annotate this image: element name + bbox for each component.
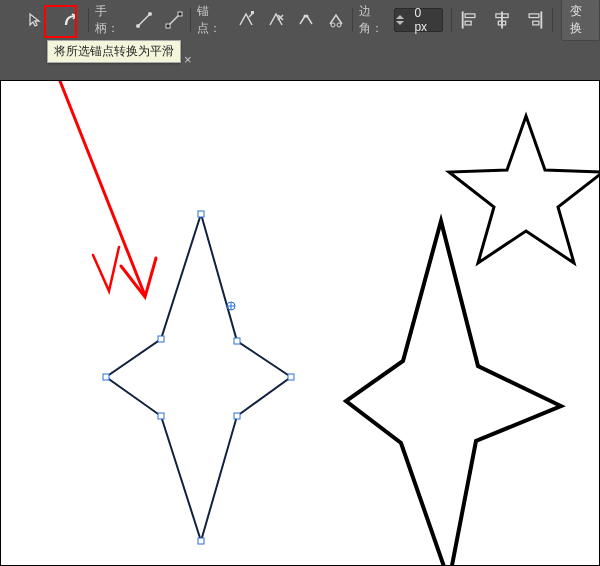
- svg-rect-28: [158, 413, 164, 419]
- svg-point-12: [337, 23, 341, 27]
- annotation-arrow: [60, 81, 156, 297]
- anchor-edit-icon[interactable]: [232, 8, 262, 32]
- svg-rect-27: [198, 538, 204, 544]
- handle-tool-b-icon[interactable]: [159, 8, 189, 32]
- svg-point-10: [305, 15, 308, 18]
- corner-radius-value: 0 px: [406, 6, 441, 34]
- toolbar-separator: [552, 8, 553, 32]
- anchor-label: 锚点：: [197, 3, 229, 37]
- toolbar-separator: [190, 8, 191, 32]
- svg-point-2: [148, 12, 152, 16]
- tool-tooltip: 将所选锚点转换为平滑: [47, 40, 181, 63]
- svg-rect-6: [251, 11, 254, 14]
- svg-rect-4: [166, 24, 170, 28]
- svg-rect-14: [465, 14, 475, 18]
- close-tab-icon[interactable]: ×: [184, 52, 192, 67]
- align-right-icon[interactable]: [518, 8, 550, 32]
- direct-select-tool-icon[interactable]: [21, 8, 51, 32]
- convert-anchor-tool-icon[interactable]: [56, 8, 86, 32]
- svg-rect-26: [234, 413, 240, 419]
- svg-point-1: [136, 24, 140, 28]
- svg-rect-23: [198, 211, 204, 217]
- canvas-artwork: [1, 81, 600, 566]
- svg-rect-21: [532, 21, 538, 25]
- svg-rect-29: [103, 374, 109, 380]
- four-point-star-right: [346, 221, 561, 566]
- transform-button[interactable]: 变换: [561, 0, 600, 41]
- handle-label: 手柄：: [95, 3, 127, 37]
- svg-point-11: [331, 23, 335, 27]
- anchor-delete-icon[interactable]: [261, 8, 291, 32]
- svg-rect-15: [465, 21, 471, 25]
- handle-tool-a-icon[interactable]: [129, 8, 159, 32]
- svg-rect-24: [234, 338, 240, 344]
- svg-rect-25: [288, 374, 294, 380]
- svg-rect-30: [158, 336, 164, 342]
- spinner-arrows[interactable]: [395, 14, 407, 26]
- svg-rect-20: [529, 14, 539, 18]
- anchor-connect-icon[interactable]: [291, 8, 321, 32]
- canvas[interactable]: [0, 80, 600, 566]
- star-shape: [449, 116, 600, 263]
- align-left-icon[interactable]: [454, 8, 486, 32]
- corner-label: 边角：: [359, 3, 391, 37]
- svg-line-22: [60, 81, 144, 293]
- svg-line-0: [138, 14, 150, 26]
- toolbar-separator: [352, 8, 353, 32]
- corner-radius-input[interactable]: 0 px: [394, 8, 443, 32]
- align-center-icon[interactable]: [486, 8, 518, 32]
- svg-rect-5: [178, 12, 182, 16]
- options-toolbar: 手柄： 锚点： 边角： 0 px 变换: [0, 0, 600, 40]
- toolbar-separator: [451, 8, 452, 32]
- anchor-cut-icon[interactable]: [321, 8, 351, 32]
- toolbar-separator: [88, 8, 89, 32]
